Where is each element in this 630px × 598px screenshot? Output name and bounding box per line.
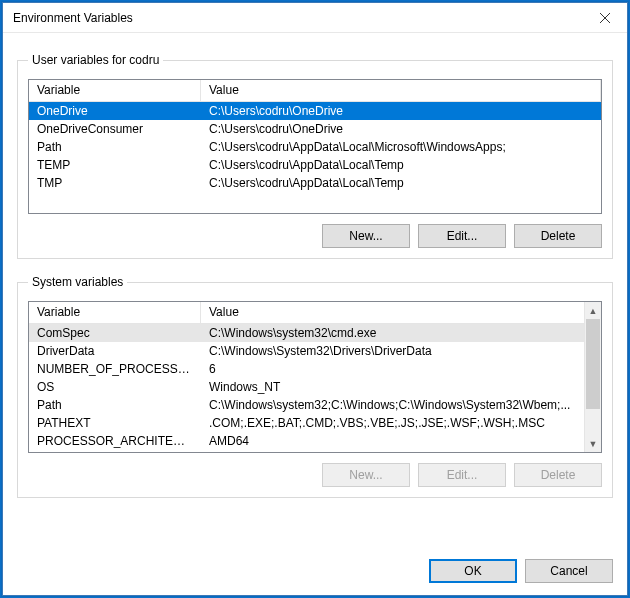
table-row[interactable]: OneDriveConsumerC:\Users\codru\OneDrive [29, 120, 601, 138]
table-row[interactable]: OSWindows_NT [29, 378, 584, 396]
scrollbar[interactable]: ▲ ▼ [584, 302, 601, 452]
titlebar: Environment Variables [3, 3, 627, 33]
var-name: Path [29, 140, 201, 154]
table-row[interactable]: PATHEXT.COM;.EXE;.BAT;.CMD;.VBS;.VBE;.JS… [29, 414, 584, 432]
table-row[interactable]: PathC:\Users\codru\AppData\Local\Microso… [29, 138, 601, 156]
var-value: C:\Users\codru\AppData\Local\Microsoft\W… [201, 140, 601, 154]
var-name: Path [29, 398, 201, 412]
user-edit-button[interactable]: Edit... [418, 224, 506, 248]
system-group-label: System variables [28, 275, 127, 289]
scroll-track[interactable] [585, 319, 601, 435]
col-value[interactable]: Value [201, 80, 601, 101]
var-value: .COM;.EXE;.BAT;.CMD;.VBS;.VBE;.JS;.JSE;.… [201, 416, 584, 430]
user-group-label: User variables for codru [28, 53, 163, 67]
var-name: TEMP [29, 158, 201, 172]
close-button[interactable] [582, 3, 627, 33]
var-value: 6 [201, 362, 584, 376]
scroll-down-icon[interactable]: ▼ [585, 435, 601, 452]
var-name: PROCESSOR_ARCHITECTURE [29, 434, 201, 448]
table-row[interactable]: TMPC:\Users\codru\AppData\Local\Temp [29, 174, 601, 192]
env-vars-dialog: Environment Variables User variables for… [2, 2, 628, 596]
var-name: PATHEXT [29, 416, 201, 430]
user-delete-button[interactable]: Delete [514, 224, 602, 248]
user-variables-list[interactable]: Variable Value OneDriveC:\Users\codru\On… [28, 79, 602, 214]
var-value: C:\Windows\system32;C:\Windows;C:\Window… [201, 398, 584, 412]
scroll-thumb[interactable] [586, 319, 600, 409]
var-name: OneDrive [29, 104, 201, 118]
user-variables-group: User variables for codru Variable Value … [17, 53, 613, 259]
system-variables-list[interactable]: Variable Value ComSpecC:\Windows\system3… [28, 301, 602, 453]
window-title: Environment Variables [3, 11, 133, 25]
list-header: Variable Value [29, 80, 601, 102]
ok-button[interactable]: OK [429, 559, 517, 583]
var-value: C:\Users\codru\AppData\Local\Temp [201, 158, 601, 172]
cancel-button[interactable]: Cancel [525, 559, 613, 583]
system-delete-button[interactable]: Delete [514, 463, 602, 487]
var-value: AMD64 [201, 434, 584, 448]
scroll-up-icon[interactable]: ▲ [585, 302, 601, 319]
col-variable[interactable]: Variable [29, 302, 201, 323]
var-name: OS [29, 380, 201, 394]
var-name: OneDriveConsumer [29, 122, 201, 136]
table-row[interactable]: OneDriveC:\Users\codru\OneDrive [29, 102, 601, 120]
var-value: C:\Users\codru\OneDrive [201, 104, 601, 118]
var-name: NUMBER_OF_PROCESSORS [29, 362, 201, 376]
var-value: C:\Windows\System32\Drivers\DriverData [201, 344, 584, 358]
table-row[interactable]: PathC:\Windows\system32;C:\Windows;C:\Wi… [29, 396, 584, 414]
var-name: ComSpec [29, 326, 201, 340]
table-row[interactable]: PROCESSOR_ARCHITECTUREAMD64 [29, 432, 584, 450]
var-name: TMP [29, 176, 201, 190]
table-row[interactable]: DriverDataC:\Windows\System32\Drivers\Dr… [29, 342, 584, 360]
table-row[interactable]: NUMBER_OF_PROCESSORS6 [29, 360, 584, 378]
close-icon [600, 13, 610, 23]
system-new-button[interactable]: New... [322, 463, 410, 487]
var-value: C:\Windows\system32\cmd.exe [201, 326, 584, 340]
table-row[interactable]: ComSpecC:\Windows\system32\cmd.exe [29, 324, 584, 342]
var-name: DriverData [29, 344, 201, 358]
var-value: C:\Users\codru\AppData\Local\Temp [201, 176, 601, 190]
system-edit-button[interactable]: Edit... [418, 463, 506, 487]
col-variable[interactable]: Variable [29, 80, 201, 101]
col-value[interactable]: Value [201, 302, 601, 323]
user-new-button[interactable]: New... [322, 224, 410, 248]
system-variables-group: System variables Variable Value ComSpecC… [17, 275, 613, 498]
var-value: C:\Users\codru\OneDrive [201, 122, 601, 136]
table-row[interactable]: TEMPC:\Users\codru\AppData\Local\Temp [29, 156, 601, 174]
var-value: Windows_NT [201, 380, 584, 394]
list-header: Variable Value [29, 302, 601, 324]
